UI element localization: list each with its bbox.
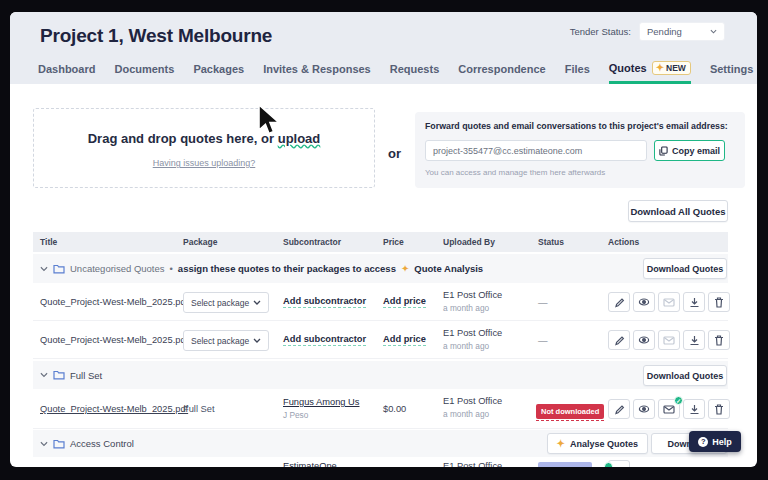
project-header: Project 1, West Melbourne Tender Status:… xyxy=(10,12,757,84)
tender-status-select[interactable]: Pending xyxy=(639,22,725,41)
tab-dashboard[interactable]: Dashboard xyxy=(38,63,95,84)
pencil-icon xyxy=(614,404,625,415)
delete-button[interactable] xyxy=(708,399,730,419)
delete-button[interactable] xyxy=(708,330,730,350)
tab-settings[interactable]: Settings xyxy=(710,63,753,84)
col-uploaded-by: Uploaded By xyxy=(443,237,495,247)
trash-icon xyxy=(714,335,724,346)
quote-row: Quote_Project-West-Melb_2025.pdf Full Se… xyxy=(33,389,728,429)
email-button[interactable] xyxy=(658,330,680,350)
envelope-icon xyxy=(663,298,675,307)
download-quotes-button[interactable]: Download Quotes xyxy=(643,258,727,279)
status-value: — xyxy=(538,297,548,308)
tab-correspondence[interactable]: Correspondence xyxy=(458,63,545,84)
status-badge-wrap: Not downloaded xyxy=(536,400,604,421)
group-uncategorised-quotes: Uncategorised Quotes • assign these quot… xyxy=(33,254,728,283)
tab-documents[interactable]: Documents xyxy=(114,63,174,84)
col-actions: Actions xyxy=(608,237,639,247)
status-badge xyxy=(538,462,592,467)
package-select[interactable]: Select package xyxy=(183,330,269,351)
edit-button[interactable] xyxy=(608,330,630,350)
uploaded-when: a month ago xyxy=(443,303,489,313)
project-email-input[interactable] xyxy=(425,140,647,161)
tab-packages[interactable]: Packages xyxy=(193,63,244,84)
package-select[interactable]: Select package xyxy=(183,292,269,313)
tab-invites-responses[interactable]: Invites & Responses xyxy=(263,63,371,84)
help-button[interactable]: ? Help xyxy=(689,431,741,452)
delete-button[interactable] xyxy=(708,292,730,312)
chevron-down-icon xyxy=(253,338,261,343)
group-label[interactable]: Uncategorised Quotes xyxy=(70,263,165,274)
edit-button[interactable] xyxy=(608,399,630,419)
uploaded-by: E1 Post Office xyxy=(443,328,502,338)
tender-status-label: Tender Status: xyxy=(570,26,631,37)
quote-title-link[interactable]: Quote_Project-West-Melb_2025.pdf xyxy=(40,404,188,414)
forward-email-panel: Forward quotes and email conversations t… xyxy=(415,112,745,188)
row-actions xyxy=(608,460,630,467)
pencil-icon xyxy=(614,335,625,346)
forward-email-label: Forward quotes and email conversations t… xyxy=(425,121,728,131)
tab-quotes[interactable]: Quotes ✦ NEW xyxy=(609,61,691,84)
copy-email-button[interactable]: Copy email xyxy=(654,140,725,161)
group-label[interactable]: Full Set xyxy=(70,370,102,381)
uploaded-by: E1 Post Office xyxy=(443,396,502,406)
download-button[interactable] xyxy=(683,330,705,350)
col-title: Title xyxy=(40,237,57,247)
chevron-down-icon[interactable] xyxy=(40,372,48,378)
email-button[interactable] xyxy=(658,292,680,312)
row-actions xyxy=(608,330,730,350)
quotes-table: Title Package Subcontractor Price Upload… xyxy=(33,232,728,467)
eye-icon xyxy=(638,297,650,307)
tab-requests[interactable]: Requests xyxy=(390,63,440,84)
download-quotes-button[interactable]: Download Quotes xyxy=(643,365,727,386)
envelope-icon xyxy=(663,405,675,414)
col-price: Price xyxy=(383,237,404,247)
status-badge-not-downloaded: Not downloaded xyxy=(536,404,604,419)
email-button[interactable] xyxy=(608,460,630,467)
view-button[interactable] xyxy=(633,292,655,312)
download-button[interactable] xyxy=(683,399,705,419)
chevron-down-icon xyxy=(253,300,261,305)
download-button[interactable] xyxy=(683,292,705,312)
group-description: assign these quotes to their packages to… xyxy=(178,263,396,274)
chevron-down-icon[interactable] xyxy=(40,441,48,447)
edit-button[interactable] xyxy=(608,292,630,312)
group-access-control: Access Control ✦ Analyse Quotes Download xyxy=(33,430,728,457)
subcontractor-value: EstimateOne xyxy=(283,461,337,467)
tender-status-value: Pending xyxy=(647,26,682,37)
subcontractor-link[interactable]: Fungus Among Us xyxy=(283,397,359,407)
copy-icon xyxy=(659,146,668,156)
view-button[interactable] xyxy=(633,330,655,350)
group-label[interactable]: Access Control xyxy=(70,438,134,449)
download-all-quotes-button[interactable]: Download All Quotes xyxy=(628,200,728,222)
tab-files[interactable]: Files xyxy=(565,63,590,84)
folder-icon xyxy=(53,439,65,449)
quote-dropzone[interactable]: Drag and drop quotes here, or upload Hav… xyxy=(33,108,375,188)
page-title: Project 1, West Melbourne xyxy=(40,25,272,47)
chevron-down-icon xyxy=(710,29,717,34)
add-subcontractor-link[interactable]: Add subcontractor xyxy=(283,296,366,308)
notification-dot xyxy=(604,462,613,467)
email-button[interactable]: ✓ xyxy=(658,399,680,419)
sparkle-icon: ✦ xyxy=(656,63,664,73)
chevron-down-icon[interactable] xyxy=(40,266,48,272)
sparkle-icon: ✦ xyxy=(557,439,565,449)
view-button[interactable] xyxy=(633,399,655,419)
eye-icon xyxy=(638,404,650,414)
pencil-icon xyxy=(614,297,625,308)
app-window: Project 1, West Melbourne Tender Status:… xyxy=(10,12,757,467)
new-badge: ✦ NEW xyxy=(652,61,691,75)
or-divider: or xyxy=(388,146,401,161)
uploaded-when: a month ago xyxy=(443,341,489,351)
add-price-link[interactable]: Add price xyxy=(383,296,426,308)
upload-link[interactable]: upload xyxy=(278,131,321,146)
row-actions xyxy=(608,292,730,312)
analyse-quotes-button[interactable]: ✦ Analyse Quotes xyxy=(547,433,648,454)
add-price-link[interactable]: Add price xyxy=(383,334,426,346)
forward-email-note: You can access and manage them here afte… xyxy=(425,168,605,177)
tender-status: Tender Status: Pending xyxy=(570,22,725,41)
envelope-icon xyxy=(663,336,675,345)
upload-issues-link[interactable]: Having issues uploading? xyxy=(153,158,256,168)
col-subcontractor: Subcontractor xyxy=(283,237,341,247)
add-subcontractor-link[interactable]: Add subcontractor xyxy=(283,334,366,346)
